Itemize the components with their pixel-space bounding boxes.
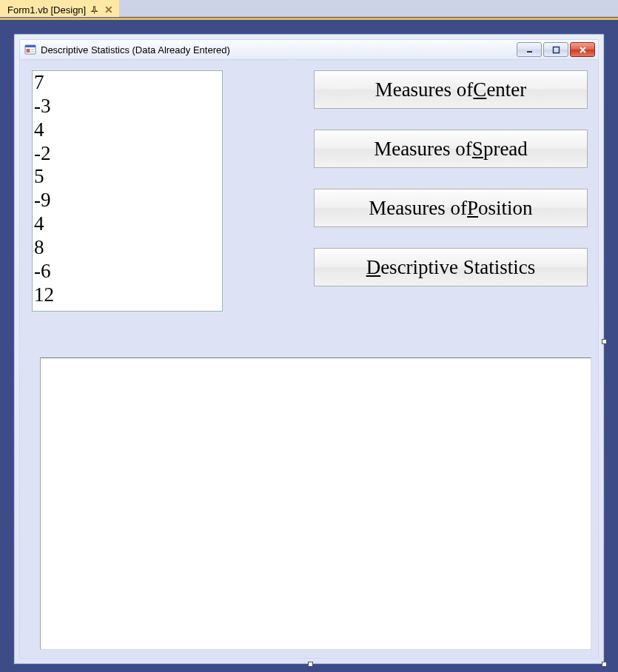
button-mnemonic: D [366, 256, 381, 279]
minimize-button[interactable] [517, 42, 542, 57]
descriptive-statistics-button[interactable]: Descriptive Statistics [314, 248, 588, 286]
button-mnemonic: P [467, 197, 478, 220]
button-label-post: enter [486, 78, 526, 101]
data-listbox[interactable]: 7 -3 4 -2 5 -9 4 8 -6 12 [32, 70, 223, 312]
button-label-pre: Measures of [374, 138, 472, 161]
svg-rect-1 [25, 45, 36, 47]
list-item[interactable]: 5 [34, 165, 221, 189]
close-icon[interactable]: ✕ [104, 4, 113, 15]
form-title: Descriptive Statistics (Data Already Ent… [41, 44, 512, 56]
close-button[interactable] [570, 42, 595, 57]
titlebar[interactable]: Descriptive Statistics (Data Already Ent… [19, 39, 599, 60]
list-item[interactable]: 7 [34, 71, 221, 95]
ide-tab-form1-design[interactable]: Form1.vb [Design] ✕ [0, 0, 119, 17]
button-mnemonic: S [472, 138, 483, 161]
list-item[interactable]: 12 [34, 283, 221, 307]
resize-handle-bottom[interactable] [308, 662, 313, 667]
list-item[interactable]: -6 [34, 260, 221, 283]
button-label-post: pread [483, 138, 528, 161]
ide-tabstrip: Form1.vb [Design] ✕ [0, 0, 618, 17]
window-buttons [517, 42, 595, 57]
button-mnemonic: C [473, 78, 486, 101]
measures-of-center-button[interactable]: Measures of Center [314, 70, 588, 109]
measures-of-position-button[interactable]: Measures of Position [314, 189, 588, 227]
list-item[interactable]: 4 [34, 118, 221, 142]
button-label-pre: Measures of [375, 78, 474, 101]
pin-icon[interactable] [90, 6, 98, 14]
designer-surface: Descriptive Statistics (Data Already Ent… [0, 18, 618, 672]
list-item[interactable]: -3 [34, 95, 221, 118]
list-item[interactable]: 8 [34, 236, 221, 260]
ide-tab-label: Form1.vb [Design] [7, 4, 86, 16]
form-client-area: 7 -3 4 -2 5 -9 4 8 -6 12 Measures of Cen… [19, 60, 599, 659]
resize-handle-right[interactable] [602, 339, 607, 344]
button-column: Measures of Center Measures of Spread Me… [314, 70, 588, 286]
list-item[interactable]: -9 [34, 189, 221, 212]
svg-rect-2 [27, 49, 30, 53]
winform[interactable]: Descriptive Statistics (Data Already Ent… [13, 33, 605, 665]
button-label-post: osition [478, 197, 533, 220]
designer-inner: Descriptive Statistics (Data Already Ent… [0, 20, 618, 672]
button-label-post: escriptive Statistics [380, 256, 535, 279]
svg-rect-4 [31, 51, 34, 53]
list-item[interactable]: -2 [34, 142, 221, 166]
button-label-pre: Measures of [369, 197, 467, 220]
maximize-button[interactable] [543, 42, 568, 57]
form-icon [24, 44, 36, 56]
list-item[interactable]: 4 [34, 212, 221, 236]
output-textbox[interactable] [40, 357, 591, 650]
measures-of-spread-button[interactable]: Measures of Spread [314, 130, 588, 168]
resize-handle-corner[interactable] [602, 662, 607, 667]
svg-rect-6 [553, 47, 559, 53]
svg-rect-3 [31, 49, 34, 50]
